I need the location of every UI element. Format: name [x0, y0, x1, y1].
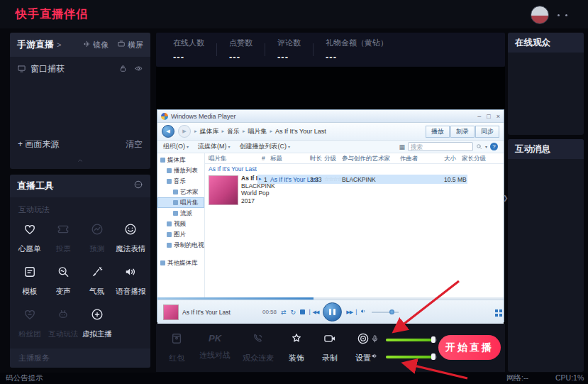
mic-volume-handle[interactable] — [431, 336, 436, 343]
tool-label: 魔法表情 — [116, 244, 145, 254]
tool-item-互动玩法[interactable]: 互动玩法 — [47, 307, 81, 339]
virtual-host-icon — [90, 307, 104, 324]
tool-item-气氛[interactable]: 气氛 — [80, 265, 114, 297]
playing-indicator-icon: ▸ — [259, 176, 262, 182]
tools-grid: 心愿单投票预测魔法表情模板变声气氛语音播报粉丝团互动玩法虚拟主播 — [10, 215, 150, 339]
collapse-panel-button[interactable] — [75, 154, 85, 167]
heart-icon — [23, 222, 37, 239]
monitor-icon — [17, 64, 26, 75]
add-source-button[interactable]: + 画面来源 — [18, 138, 59, 150]
wmp-library-tree: 媒体库播放列表音乐艺术家唱片集流派视频图片录制的电视其他媒体库 — [157, 153, 205, 297]
wmp-tab-同步: 同步 — [475, 126, 499, 138]
wmp-titlebar: Windows Media Player – □ × — [157, 110, 504, 123]
mirror-button[interactable]: 镜像 — [82, 40, 109, 50]
wmp-tab-播放: 播放 — [426, 126, 450, 138]
view-options-icon: ▦ — [399, 143, 405, 150]
column-header-作曲者: 作曲者 — [400, 155, 418, 163]
breadcrumb-item: 音乐 — [227, 127, 240, 136]
stat-label: 在线人数 — [173, 38, 204, 48]
source-panel: 手游直播 > 镜像 横屏 窗口捕获 + 画面来源 清空 — [10, 33, 150, 169]
capture-preview-area[interactable]: Windows Media Player – □ × ◀ ▶ ▸媒体库▸音乐▸唱… — [156, 67, 505, 324]
stop-icon — [300, 309, 305, 314]
tree-item-label: 艺术家 — [180, 188, 199, 197]
toolbar-item-装饰[interactable]: 装饰 — [286, 331, 307, 363]
speaker-volume-slider[interactable] — [386, 356, 437, 358]
speaker-volume-handle[interactable] — [431, 353, 436, 360]
online-viewers-title: 在线观众 — [508, 33, 584, 53]
stream-mode-selector[interactable]: 手游直播 — [17, 38, 54, 51]
tool-label: 投票 — [56, 244, 71, 254]
pk-icon: PK — [209, 331, 221, 346]
breadcrumb: ▸媒体库▸音乐▸唱片集▸As If It's Your Last — [194, 127, 326, 136]
tree-item-label: 图片 — [174, 231, 186, 239]
stat-value: --- — [326, 52, 388, 62]
tool-item-虚拟主播[interactable]: 虚拟主播 — [80, 307, 114, 339]
ellipsis-circle-icon — [133, 180, 143, 192]
redpacket-icon — [170, 331, 184, 349]
interactive-messages-panel: 互动消息 — [508, 139, 584, 372]
stat-item: 点赞数--- — [229, 38, 253, 62]
toolbar-item-连线对战[interactable]: PK连线对战 — [199, 331, 231, 363]
mute-icon — [360, 307, 367, 317]
tree-item-视频: 视频 — [157, 219, 204, 229]
column-header-参与创作的艺术家: 参与创作的艺术家 — [342, 155, 390, 163]
clear-sources-button[interactable]: 清空 — [126, 138, 143, 150]
collapse-sidebar-button[interactable]: ❯ — [503, 194, 509, 202]
stat-item: 礼物金额（黄钻）--- — [326, 38, 388, 62]
caret-down-icon: ▾ — [485, 144, 487, 149]
tools-collapse-button[interactable] — [133, 180, 143, 192]
gear-icon — [356, 331, 370, 349]
eye-icon[interactable] — [134, 64, 143, 75]
toolbar-item-录制[interactable]: 录制 — [319, 331, 340, 363]
stat-label: 评论数 — [277, 38, 301, 48]
stat-label: 点赞数 — [229, 38, 253, 48]
tool-item-预测[interactable]: 预测 — [80, 222, 114, 254]
speaker-icon[interactable] — [370, 351, 379, 363]
toolbar-item-红包[interactable]: 红包 — [166, 331, 187, 363]
landscape-button[interactable]: 横屏 — [117, 40, 143, 50]
mirror-icon — [82, 40, 91, 50]
tool-item-投票[interactable]: 投票 — [47, 222, 81, 254]
tree-item-icon — [173, 211, 178, 216]
microphone-icon[interactable] — [370, 334, 379, 346]
avatar[interactable] — [531, 6, 549, 24]
forward-icon: ▶ — [178, 125, 191, 138]
stat-value: --- — [277, 52, 301, 62]
tree-item-label: 其他媒体库 — [167, 259, 198, 268]
tool-item-粉丝团[interactable]: 粉丝团 — [13, 307, 47, 339]
start-streaming-button[interactable]: 开始直播 — [438, 335, 501, 360]
tree-item-icon — [160, 158, 165, 163]
section-label-service: 主播服务 — [10, 349, 150, 368]
tool-item-模板[interactable]: 模板 — [13, 265, 47, 297]
camera-icon — [323, 331, 337, 349]
phone-icon — [251, 331, 265, 349]
tool-item-变声[interactable]: 变声 — [47, 265, 81, 297]
tool-item-魔法表情[interactable]: 魔法表情 — [114, 222, 148, 254]
bottom-control-bar: 红包PK连线对战观众连麦装饰录制设置 开始直播 — [156, 324, 505, 372]
toolbar-item-观众连麦[interactable]: 观众连麦 — [243, 331, 274, 363]
album-art — [209, 175, 238, 205]
tool-item-心愿单[interactable]: 心愿单 — [13, 222, 47, 254]
previous-icon: ▏◀◀ — [309, 309, 318, 315]
tree-item-媒体库: 媒体库 — [157, 155, 204, 165]
tree-item-图片: 图片 — [157, 229, 204, 240]
tree-item-流派: 流派 — [157, 208, 204, 219]
cpu-status: CPU:1% — [555, 373, 584, 382]
tree-item-唱片集: 唱片集 — [157, 197, 204, 208]
tree-item-其他媒体库: 其他媒体库 — [157, 258, 204, 268]
pause-button-icon — [323, 302, 342, 322]
volume-controls — [370, 333, 437, 367]
stat-value: --- — [229, 52, 253, 62]
source-item-window-capture[interactable]: 窗口捕获 — [10, 57, 150, 82]
shuffle-icon: ⇄ — [281, 309, 287, 316]
header-more-dots[interactable] — [558, 14, 560, 16]
repeat-icon: ↻ — [291, 309, 296, 316]
lock-icon[interactable] — [118, 64, 128, 75]
mic-volume-slider[interactable] — [386, 339, 437, 341]
tool-item-语音播报[interactable]: 语音播报 — [114, 265, 148, 297]
tree-item-label: 媒体库 — [167, 156, 186, 165]
track-size: 10.5 MB — [444, 176, 467, 183]
toolbar-label: 录制 — [322, 353, 338, 363]
wmp-navbar: ◀ ▶ ▸媒体库▸音乐▸唱片集▸As If It's Your Last 播放刻… — [157, 123, 504, 141]
tree-item-label: 录制的电视 — [174, 241, 204, 250]
